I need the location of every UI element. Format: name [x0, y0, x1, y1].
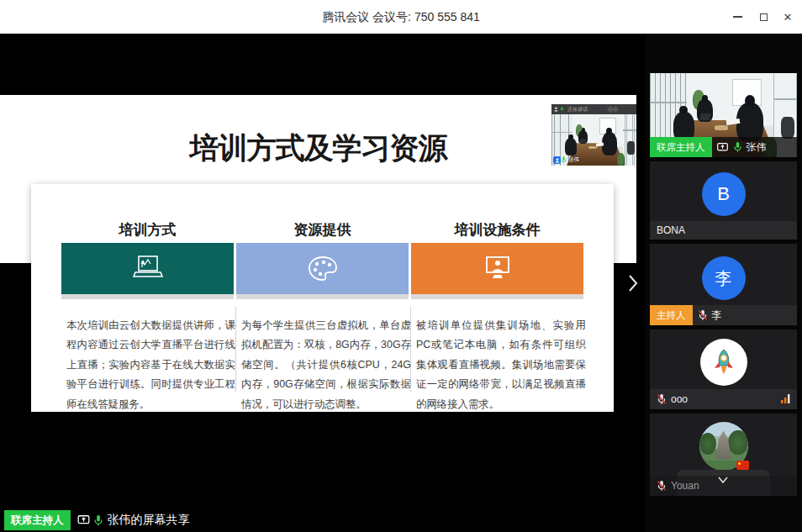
meeting-floating-window[interactable]: 正在讲话 张伟: [551, 104, 636, 166]
slide-title: 培训方式及学习资源: [0, 132, 636, 165]
maximize-button[interactable]: [751, 0, 776, 34]
participant-tile-youan[interactable]: Youan: [650, 413, 797, 496]
floating-speaker-name: 张伟: [568, 156, 579, 164]
screen-share-icon: [77, 515, 90, 525]
cohost-badge: 联席主持人: [4, 510, 71, 530]
member-icon: [554, 107, 558, 112]
host-badge: 主持人: [650, 305, 693, 325]
participant-tile-li[interactable]: 李 主持人 李: [650, 244, 797, 325]
close-button[interactable]: ✕: [775, 0, 800, 34]
mic-muted-icon: [698, 309, 708, 321]
cohost-badge: 联席主持人: [650, 137, 712, 157]
participant-name: Youan: [671, 480, 699, 492]
avatar-rocket: [700, 339, 747, 386]
bar-shadow-3: [411, 294, 583, 299]
participant-name: 李: [712, 308, 722, 323]
participant-tile-ooo[interactable]: ooo: [650, 329, 797, 409]
window-title: 腾讯会议 会议号: 750 555 841: [0, 0, 802, 34]
slide-content-card: 培训方式 资源提供 培训设施条件: [31, 184, 614, 412]
column-bar-1: [61, 243, 234, 294]
next-slide-arrow[interactable]: [627, 273, 641, 293]
chevron-down-icon[interactable]: [716, 476, 730, 486]
window-titlebar: 腾讯会议 会议号: 750 555 841 ✕: [0, 0, 802, 34]
mic-on-icon: [561, 156, 567, 164]
floating-window-speaker: 张伟: [553, 156, 579, 164]
column-divider-1: [235, 307, 236, 392]
participant-name: ooo: [671, 393, 688, 405]
screen-share-icon: [717, 143, 728, 152]
monitor-user-icon: [480, 254, 515, 284]
avatar: 李: [702, 256, 746, 300]
bar-shadow-2: [236, 294, 409, 299]
column-bar-2: [236, 243, 409, 294]
column-text-1: 本次培训由云创大数据提供讲师，课程内容通过云创大学直播平台进行线上直播；实验内容…: [66, 316, 235, 414]
column-header-1: 培训方式: [61, 220, 234, 240]
bar-shadow-1: [61, 294, 234, 299]
sharing-status-text: 张伟的屏幕共享: [108, 513, 190, 528]
floating-window-title: 正在讲话: [567, 106, 588, 113]
sharing-status-bar: 联席主持人 张伟的屏幕共享: [4, 510, 190, 530]
participant-name: 张伟: [747, 140, 767, 155]
network-signal-icon: [781, 394, 791, 403]
mic-muted-icon: [657, 393, 667, 405]
mic-on-icon: [93, 514, 103, 527]
avatar: B: [702, 172, 746, 216]
floating-window-header: 正在讲话: [551, 104, 636, 114]
participant-tile-zhangwei[interactable]: 联席主持人 张伟: [650, 73, 797, 157]
participant-name: BONA: [657, 224, 685, 236]
meeting-logo-icon: [608, 107, 620, 113]
column-text-3: 被培训单位提供集训场地、实验用PC或笔记本电脑，如有条件可组织集体观看直播视频。…: [416, 316, 586, 414]
column-bar-3: [411, 243, 583, 294]
participant-tile-bona[interactable]: B BONA: [650, 161, 797, 240]
member-badge-icon: [553, 156, 561, 164]
flag-badge: [736, 461, 749, 470]
palette-icon: [306, 255, 340, 283]
column-header-2: 资源提供: [236, 220, 409, 240]
column-text-2: 为每个学生提供三台虚拟机，单台虚拟机配置为：双核，8G内存，30G存储空间。（共…: [241, 316, 411, 414]
mini-mic-icon: [560, 107, 564, 112]
column-header-3: 培训设施条件: [411, 220, 583, 240]
mic-on-icon: [733, 141, 742, 153]
minimize-button[interactable]: [725, 0, 750, 34]
mic-muted-icon: [657, 480, 667, 492]
laptop-chart-icon: [129, 254, 167, 284]
